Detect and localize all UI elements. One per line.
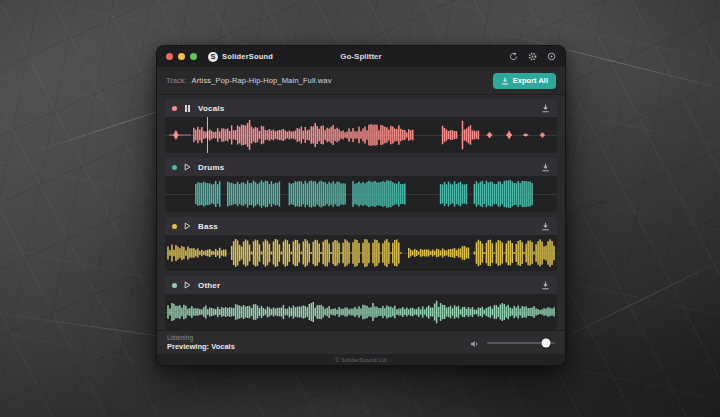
stem-download-button[interactable]	[541, 104, 550, 113]
stem-header: Vocals	[165, 99, 557, 117]
play-button[interactable]	[183, 163, 192, 172]
stem-row: Bass	[165, 217, 557, 271]
stem-color-dot	[172, 165, 177, 170]
waveform	[165, 235, 557, 271]
settings-icon[interactable]	[528, 52, 537, 61]
copyright-text: © SoliderSound Ltd	[335, 357, 386, 363]
stem-row: Vocals	[165, 99, 557, 153]
waveform-area[interactable]	[165, 294, 557, 330]
stem-header: Drums	[165, 158, 557, 176]
waveform-area[interactable]	[165, 235, 557, 271]
reset-icon[interactable]	[509, 52, 518, 61]
status-mode: Listening	[167, 334, 235, 342]
volume-slider-knob[interactable]	[542, 338, 551, 347]
stem-color-dot	[172, 224, 177, 229]
status-bar: Listening Previewing: Vocals	[157, 330, 565, 354]
play-button[interactable]	[183, 222, 192, 231]
titlebar: S SoliderSound Go-Splitter	[157, 46, 565, 67]
waveform	[165, 294, 557, 330]
stem-color-dot	[172, 283, 177, 288]
close-window-button[interactable]	[166, 53, 173, 60]
status-previewing: Previewing: Vocals	[167, 342, 235, 351]
stem-color-dot	[172, 106, 177, 111]
speaker-icon	[470, 334, 480, 352]
waveform-area[interactable]	[165, 117, 557, 153]
stem-name: Bass	[198, 222, 218, 231]
traffic-lights	[166, 53, 197, 60]
waveform	[165, 117, 557, 153]
playhead	[207, 117, 208, 153]
volume-slider[interactable]	[487, 338, 555, 347]
download-icon	[501, 77, 509, 85]
stem-download-button[interactable]	[541, 281, 550, 290]
stem-header: Bass	[165, 217, 557, 235]
window-footer: © SoliderSound Ltd	[157, 354, 565, 366]
info-icon[interactable]	[547, 52, 556, 61]
app-brand: S SoliderSound	[208, 52, 273, 62]
stem-header: Other	[165, 276, 557, 294]
track-label: Track:	[166, 76, 187, 85]
waveform	[165, 176, 557, 212]
track-filename: Artiss_Pop-Rap-Hip-Hop_Main_Full.wav	[192, 76, 332, 85]
stem-download-button[interactable]	[541, 222, 550, 231]
stem-name: Drums	[198, 163, 224, 172]
pause-button[interactable]	[183, 104, 192, 113]
play-button[interactable]	[183, 281, 192, 290]
stem-list: Vocals Drums Bass	[157, 95, 565, 330]
app-logo-icon: S	[208, 52, 218, 62]
stem-name: Vocals	[198, 104, 224, 113]
export-all-button[interactable]: Export All	[493, 73, 556, 89]
app-name: SoliderSound	[222, 52, 273, 61]
stem-row: Drums	[165, 158, 557, 212]
waveform-area[interactable]	[165, 176, 557, 212]
minimize-window-button[interactable]	[178, 53, 185, 60]
stem-row: Other	[165, 276, 557, 330]
stem-download-button[interactable]	[541, 163, 550, 172]
zoom-window-button[interactable]	[190, 53, 197, 60]
track-bar: Track: Artiss_Pop-Rap-Hip-Hop_Main_Full.…	[157, 67, 565, 95]
export-all-label: Export All	[513, 76, 548, 85]
stem-name: Other	[198, 281, 220, 290]
app-window: S SoliderSound Go-Splitter Track: Artiss…	[156, 45, 566, 366]
